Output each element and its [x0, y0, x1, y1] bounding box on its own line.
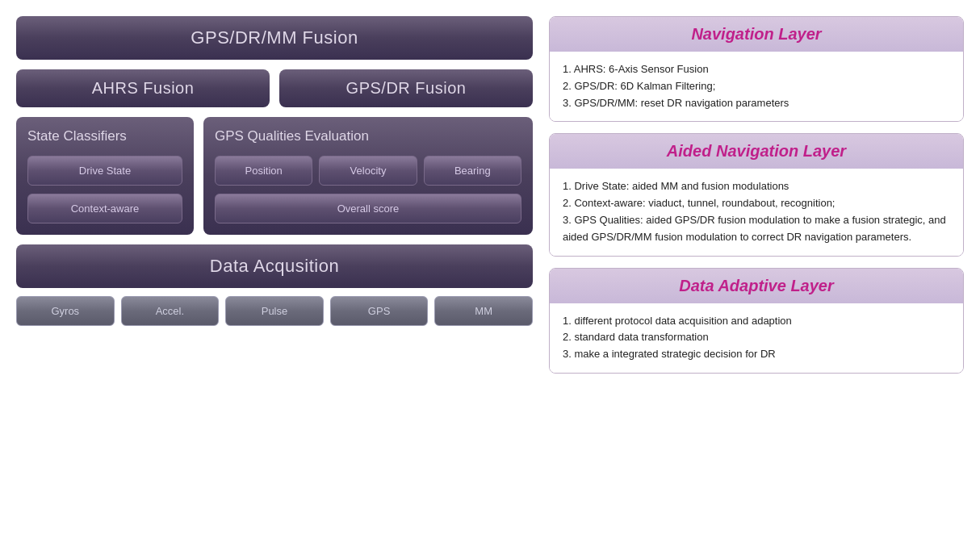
layer-header-text-data-adaptive: Data Adaptive Layer [566, 277, 947, 295]
sensor-block: Accel. [121, 296, 220, 326]
layer-header-text-navigation: Navigation Layer [566, 25, 947, 44]
layer-card-navigation: Navigation Layer1. AHRS: 6-Axis Sensor F… [549, 16, 964, 122]
gps-dr-mm-fusion-label: GPS/DR/MM Fusion [191, 27, 358, 48]
layer-card-data-adaptive: Data Adaptive Layer1. different protocol… [549, 268, 964, 374]
layer-body-data-adaptive: 1. different protocol data acquisition a… [550, 303, 963, 373]
drive-state-block: Drive State [27, 156, 182, 186]
overall-score-label: Overall score [337, 203, 400, 215]
gps-dr-fusion-label: GPS/DR Fusion [346, 79, 467, 98]
gps-qualities-title: GPS Qualities Evaluation [215, 128, 521, 144]
layer-header-text-aided-navigation: Aided Navigation Layer [566, 142, 947, 161]
layer-header-aided-navigation: Aided Navigation Layer [550, 134, 963, 169]
data-acquisition-label: Data Acqusition [210, 256, 339, 277]
layer-body-aided-navigation: 1. Drive State: aided MM and fusion modu… [550, 169, 963, 255]
layer-body-navigation: 1. AHRS: 6-Axis Sensor Fusion2. GPS/DR: … [550, 52, 963, 121]
data-acquisition-block: Data Acqusition [16, 244, 533, 288]
sensor-block: GPS [330, 296, 429, 326]
data-acquisition-section: Data Acqusition GyrosAccel.PulseGPSMM [16, 244, 533, 326]
gps-qualities-container: GPS Qualities Evaluation Position Veloci… [203, 117, 533, 235]
overall-score-block: Overall score [215, 194, 521, 223]
left-panel: GPS/DR/MM Fusion AHRS Fusion GPS/DR Fusi… [16, 16, 533, 531]
context-aware-label: Context-aware [71, 203, 140, 215]
state-classifiers-container: State Classifiers Drive State Context-aw… [16, 117, 194, 235]
fusion-row: AHRS Fusion GPS/DR Fusion [16, 69, 533, 107]
ahrs-fusion-block: AHRS Fusion [16, 69, 270, 107]
context-aware-block: Context-aware [27, 194, 182, 223]
drive-state-label: Drive State [79, 165, 131, 177]
sensor-block: Pulse [225, 296, 324, 326]
bearing-label: Bearing [454, 165, 491, 177]
layer-header-navigation: Navigation Layer [550, 17, 963, 52]
layer-card-aided-navigation: Aided Navigation Layer1. Drive State: ai… [549, 133, 964, 256]
ahrs-fusion-label: AHRS Fusion [92, 79, 195, 98]
state-classifiers-title: State Classifiers [27, 128, 182, 144]
position-block: Position [215, 156, 312, 186]
velocity-label: Velocity [350, 165, 387, 177]
sensor-block: Gyros [16, 296, 115, 326]
layer-header-data-adaptive: Data Adaptive Layer [550, 269, 963, 303]
right-panel: Navigation Layer1. AHRS: 6-Axis Sensor F… [549, 16, 964, 531]
position-label: Position [245, 165, 283, 177]
bearing-block: Bearing [424, 156, 521, 186]
gps-top-row: Position Velocity Bearing [215, 156, 521, 186]
classifiers-qualities-row: State Classifiers Drive State Context-aw… [16, 117, 533, 235]
sensor-row: GyrosAccel.PulseGPSMM [16, 296, 533, 326]
sensor-block: MM [434, 296, 533, 326]
gps-dr-mm-fusion-block: GPS/DR/MM Fusion [16, 16, 533, 60]
velocity-block: Velocity [319, 156, 417, 186]
gps-bottom-row: Overall score [215, 194, 521, 223]
gps-dr-fusion-block: GPS/DR Fusion [279, 69, 533, 107]
